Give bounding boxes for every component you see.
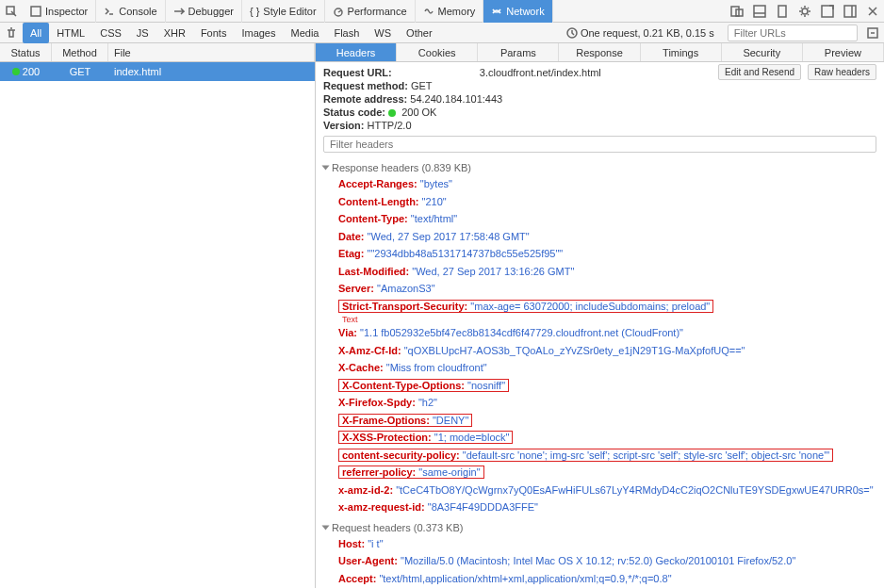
- filter-xhr[interactable]: XHR: [156, 23, 193, 43]
- dock-icon[interactable]: [771, 0, 794, 23]
- rtab-response[interactable]: Response: [559, 43, 640, 61]
- dock-side-icon[interactable]: [839, 0, 861, 23]
- url-filter-input[interactable]: [728, 24, 858, 41]
- meta-method: Request method: GET: [323, 79, 876, 92]
- header-row: X-Frame-Options: "DENY": [323, 412, 876, 430]
- header-row: X-Amz-Cf-Id: "qOXBLUpcH7-AOS3b_TQoALo_zY…: [323, 342, 876, 360]
- filter-headers-input[interactable]: [323, 136, 876, 153]
- filter-bar: All HTML CSS JS XHR Fonts Images Media F…: [0, 23, 884, 43]
- filter-flash[interactable]: Flash: [326, 23, 367, 43]
- header-row: referrer-policy: "same-origin": [323, 464, 876, 482]
- request-list: Status Method File 200 GET index.html: [0, 43, 316, 588]
- expand-icon[interactable]: [861, 22, 884, 44]
- header-row: x-amz-request-id: "8A3F4F49DDDA3FFE": [323, 498, 876, 516]
- svg-rect-1: [31, 7, 41, 16]
- svg-rect-5: [754, 6, 765, 17]
- raw-headers-button[interactable]: Raw headers: [808, 64, 876, 80]
- gear-icon[interactable]: [794, 0, 816, 23]
- header-row: content-security-policy: "default-src 'n…: [323, 447, 876, 465]
- request-summary: One request, 0.21 KB, 0.15 s: [557, 27, 724, 39]
- status-dot-icon: [12, 68, 20, 75]
- trash-icon[interactable]: [0, 22, 23, 44]
- col-method[interactable]: Method: [52, 43, 108, 61]
- header-row: X-Cache: "Miss from cloudfront": [323, 359, 876, 377]
- svg-rect-9: [844, 6, 856, 17]
- twisty-icon: [322, 166, 330, 171]
- column-headers: Status Method File: [0, 43, 315, 62]
- header-row: X-XSS-Protection: "1; mode=block": [323, 429, 876, 447]
- header-row: Etag: ""2934dbb48a5131714737b8c55e525f95…: [323, 245, 876, 263]
- filter-js[interactable]: JS: [129, 23, 156, 43]
- header-row: Content-Type: "text/html": [323, 210, 876, 228]
- tab-performance[interactable]: Performance: [325, 0, 416, 23]
- rtab-params[interactable]: Params: [478, 43, 559, 61]
- tab-style-editor[interactable]: { }Style Editor: [242, 0, 325, 23]
- header-row: Accept: "text/html,application/xhtml+xml…: [323, 570, 876, 588]
- tab-network[interactable]: Network: [483, 0, 552, 23]
- filter-ws[interactable]: WS: [367, 23, 399, 43]
- request-row[interactable]: 200 GET index.html: [0, 62, 315, 81]
- header-row: Via: "1.1 fb052932e5bf47ec8b8134cdf6f477…: [323, 324, 876, 342]
- header-row: x-amz-id-2: "tCeC4TbO8Y/QcWgrnx7yQ0EsAFw…: [323, 482, 876, 499]
- tab-inspector[interactable]: Inspector: [23, 0, 96, 23]
- svg-rect-8: [822, 6, 833, 17]
- col-status[interactable]: Status: [0, 43, 52, 61]
- rtab-timings[interactable]: Timings: [641, 43, 722, 61]
- filter-other[interactable]: Other: [399, 23, 440, 43]
- col-file[interactable]: File: [108, 43, 315, 61]
- header-row: X-Content-Type-Options: "nosniff": [323, 377, 876, 395]
- svg-rect-6: [778, 6, 786, 17]
- annotation-text: Text: [342, 315, 876, 324]
- meta-remote: Remote address: 54.240.184.101:443: [323, 92, 876, 106]
- meta-version: Version: HTTP/2.0: [323, 119, 876, 132]
- pick-element-icon[interactable]: [0, 0, 23, 23]
- edit-resend-button[interactable]: Edit and Resend: [718, 64, 801, 80]
- tab-memory[interactable]: Memory: [416, 0, 484, 23]
- header-row: User-Agent: "Mozilla/5.0 (Macintosh; Int…: [323, 552, 876, 570]
- meta-status: Status code: 200 OK: [323, 106, 876, 119]
- rtab-preview[interactable]: Preview: [803, 43, 884, 61]
- header-row: Server: "AmazonS3": [323, 280, 876, 298]
- tab-debugger[interactable]: Debugger: [166, 0, 242, 23]
- header-row: Last-Modified: "Wed, 27 Sep 2017 13:16:2…: [323, 263, 876, 281]
- header-row: Date: "Wed, 27 Sep 2017 17:58:48 GMT": [323, 228, 876, 246]
- response-headers-toggle[interactable]: Response headers (0.839 KB): [323, 160, 876, 175]
- tab-console[interactable]: Console: [96, 0, 165, 23]
- header-row: Strict-Transport-Security: "max-age= 630…: [323, 298, 876, 316]
- split-icon[interactable]: [748, 0, 771, 23]
- svg-point-7: [802, 8, 808, 14]
- request-headers-toggle[interactable]: Request headers (0.373 KB): [323, 520, 876, 535]
- close-icon[interactable]: [861, 0, 884, 23]
- responsive-icon[interactable]: [726, 0, 748, 23]
- filter-media[interactable]: Media: [283, 23, 326, 43]
- filter-all[interactable]: All: [23, 23, 49, 43]
- rtab-security[interactable]: Security: [722, 43, 803, 61]
- detail-tabs: Headers Cookies Params Response Timings …: [316, 43, 884, 62]
- details-panel: Edit and Resend Raw headers Request URL:…: [316, 62, 884, 588]
- main-toolbar: Inspector Console Debugger { }Style Edit…: [0, 0, 884, 23]
- header-row: Host: "i t": [323, 535, 876, 553]
- header-row: Content-Length: "210": [323, 193, 876, 211]
- header-row: X-Firefox-Spdy: "h2": [323, 394, 876, 412]
- filter-images[interactable]: Images: [234, 23, 283, 43]
- svg-rect-3: [731, 7, 739, 16]
- twisty-icon: [322, 525, 330, 530]
- popout-icon[interactable]: [816, 0, 839, 23]
- filter-css[interactable]: CSS: [92, 23, 129, 43]
- rtab-cookies[interactable]: Cookies: [397, 43, 478, 61]
- filter-fonts[interactable]: Fonts: [193, 23, 235, 43]
- filter-html[interactable]: HTML: [49, 23, 92, 43]
- header-row: Accept-Ranges: "bytes": [323, 175, 876, 193]
- rtab-headers[interactable]: Headers: [316, 43, 397, 61]
